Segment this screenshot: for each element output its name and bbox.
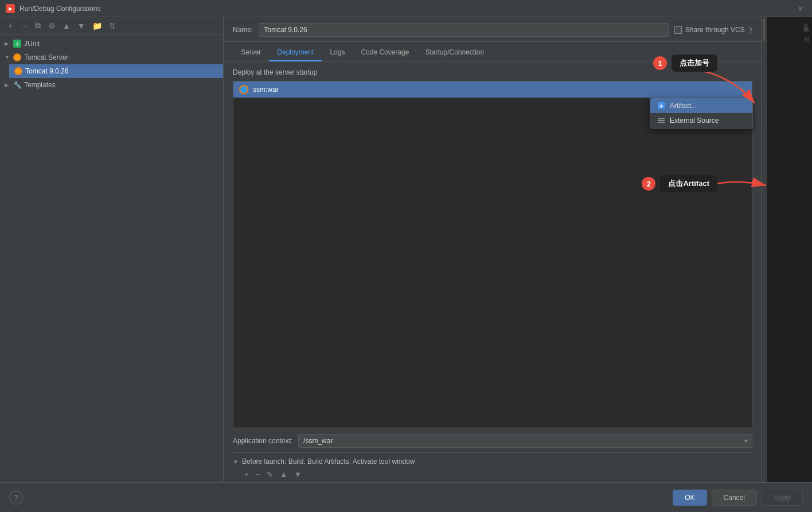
scrollbar[interactable] bbox=[762, 17, 766, 482]
dropdown-item-artifact[interactable]: ◈ Artifact... bbox=[650, 98, 752, 113]
settings-button[interactable]: ⚙ bbox=[46, 20, 58, 32]
junit-label: JUnit bbox=[24, 40, 40, 48]
window-title: Run/Debug Configurations bbox=[19, 5, 795, 13]
tab-startup-connection[interactable]: Startup/Connection bbox=[417, 45, 492, 61]
before-launch-title: Before launch: Build, Build Artifacts, A… bbox=[242, 457, 415, 466]
help-button[interactable]: ? bbox=[9, 491, 23, 505]
app-context-input[interactable] bbox=[298, 434, 752, 448]
deployment-dropdown-menu: ◈ Artifact... Exter bbox=[650, 98, 753, 129]
bl-edit-button[interactable]: ✎ bbox=[264, 469, 275, 480]
tomcat-server-icon bbox=[13, 53, 22, 62]
before-launch-expand-icon[interactable]: ▼ bbox=[233, 459, 239, 465]
left-toolbar: + − ⧉ ⚙ ▲ ▼ 📁 ⇅ bbox=[0, 17, 223, 34]
app-context-input-wrapper: ▼ bbox=[298, 434, 752, 448]
svg-text:▶: ▶ bbox=[9, 6, 13, 11]
external-source-label: External Source bbox=[670, 117, 719, 125]
tree-item-junit[interactable]: ▶ J JUnit bbox=[0, 37, 223, 51]
tab-logs[interactable]: Logs bbox=[322, 45, 353, 61]
external-source-icon bbox=[657, 117, 665, 125]
close-button[interactable]: × bbox=[795, 3, 806, 14]
name-row: Name: Share through VCS ? bbox=[224, 17, 762, 42]
before-launch-header: ▼ Before launch: Build, Build Artifacts,… bbox=[233, 457, 752, 466]
junit-icon: J bbox=[13, 39, 22, 48]
tab-code-coverage[interactable]: Code Coverage bbox=[353, 45, 417, 61]
name-field-label: Name: bbox=[233, 26, 253, 34]
tomcat-server-expand-arrow: ▼ bbox=[5, 55, 10, 60]
copy-config-button[interactable]: ⧉ bbox=[32, 20, 44, 32]
annotation-circle-1: 1 bbox=[653, 56, 667, 70]
bl-up-button[interactable]: ▲ bbox=[278, 469, 290, 480]
cancel-button[interactable]: Cancel bbox=[712, 490, 757, 506]
templates-icon: 🔧 bbox=[13, 80, 22, 90]
scrollbar-thumb[interactable] bbox=[763, 18, 765, 41]
app-icon: ▶ bbox=[6, 4, 15, 13]
apply-button[interactable]: Apply bbox=[762, 490, 803, 506]
right-side-panel: 城.zip 用 bbox=[766, 17, 812, 482]
title-bar: ▶ Run/Debug Configurations × bbox=[0, 0, 812, 17]
deploy-item-icon bbox=[239, 85, 248, 94]
tab-deployment[interactable]: Deployment bbox=[269, 45, 322, 61]
side-stub-text: 城.zip 用 bbox=[767, 17, 812, 37]
artifact-icon: ◈ bbox=[657, 102, 665, 110]
annotation-bubble-1: 点击加号 bbox=[672, 55, 717, 72]
annotation-step1: 1 点击加号 bbox=[653, 55, 717, 72]
deploy-item-ssm-war[interactable]: ssm:war bbox=[233, 82, 752, 98]
tree-item-templates[interactable]: ▶ 🔧 Templates bbox=[0, 78, 223, 92]
before-launch-section: ▼ Before launch: Build, Build Artifacts,… bbox=[233, 452, 752, 482]
tree-item-tomcat-instance[interactable]: Tomcat 9.0.26 bbox=[9, 64, 223, 78]
dropdown-item-external-source[interactable]: External Source bbox=[650, 113, 752, 128]
annotation-bubble-2: 点击Artifact bbox=[660, 175, 717, 192]
before-launch-toolbar: + − ✎ ▲ ▼ bbox=[233, 469, 752, 480]
svg-rect-4 bbox=[658, 118, 665, 119]
folder-button[interactable]: 📁 bbox=[90, 20, 104, 32]
move-down-button[interactable]: ▼ bbox=[75, 20, 88, 32]
junit-expand-arrow: ▶ bbox=[5, 41, 10, 46]
move-up-button[interactable]: ▲ bbox=[60, 20, 73, 32]
bl-remove-button[interactable]: − bbox=[253, 469, 263, 480]
artifact-label: Artifact... bbox=[670, 102, 697, 110]
right-panel: Name: Share through VCS ? Server Deploym… bbox=[224, 17, 762, 482]
vcs-checkbox[interactable] bbox=[674, 26, 682, 34]
sort-button[interactable]: ⇅ bbox=[107, 20, 118, 32]
app-context-label: Application context: bbox=[233, 437, 292, 445]
name-input[interactable] bbox=[259, 23, 668, 37]
tab-content-deployment: Deploy at the server startup ssm:war + bbox=[224, 61, 762, 482]
add-config-button[interactable]: + bbox=[5, 20, 16, 32]
svg-rect-5 bbox=[658, 120, 665, 121]
vcs-help-icon[interactable]: ? bbox=[748, 26, 752, 34]
left-panel: + − ⧉ ⚙ ▲ ▼ 📁 ⇅ ▶ J JUnit ▼ bbox=[0, 17, 224, 482]
app-context-row: Application context: ▼ bbox=[233, 428, 752, 452]
tomcat-server-label: Tomcat Server bbox=[24, 53, 68, 61]
remove-config-button[interactable]: − bbox=[18, 20, 30, 32]
bottom-bar: ? OK Cancel Apply bbox=[0, 482, 812, 512]
annotation-step2: 2 点击Artifact bbox=[642, 175, 717, 192]
tomcat-instance-icon bbox=[14, 67, 23, 76]
main-content: + − ⧉ ⚙ ▲ ▼ 📁 ⇅ ▶ J JUnit ▼ bbox=[0, 17, 812, 482]
config-tree: ▶ J JUnit ▼ Tomcat Server Tomcat 9.0.26 bbox=[0, 34, 223, 482]
deploy-list-container: ssm:war + ◈ Artifact... bbox=[233, 81, 752, 428]
tree-item-tomcat-server[interactable]: ▼ Tomcat Server bbox=[0, 51, 223, 64]
bl-add-button[interactable]: + bbox=[242, 469, 251, 480]
tab-server[interactable]: Server bbox=[233, 45, 269, 61]
templates-label: Templates bbox=[24, 81, 56, 89]
tomcat-instance-label: Tomcat 9.0.26 bbox=[25, 67, 68, 75]
vcs-row: Share through VCS ? bbox=[674, 26, 752, 34]
vcs-label: Share through VCS bbox=[685, 26, 745, 34]
add-deployment-button[interactable]: + bbox=[736, 83, 748, 96]
bl-down-button[interactable]: ▼ bbox=[292, 469, 304, 480]
svg-text:◈: ◈ bbox=[659, 103, 663, 108]
templates-expand-arrow: ▶ bbox=[5, 82, 10, 88]
annotation-circle-2: 2 bbox=[642, 177, 655, 191]
svg-rect-6 bbox=[658, 122, 665, 123]
ok-button[interactable]: OK bbox=[673, 490, 706, 506]
deploy-item-label: ssm:war bbox=[253, 86, 279, 94]
